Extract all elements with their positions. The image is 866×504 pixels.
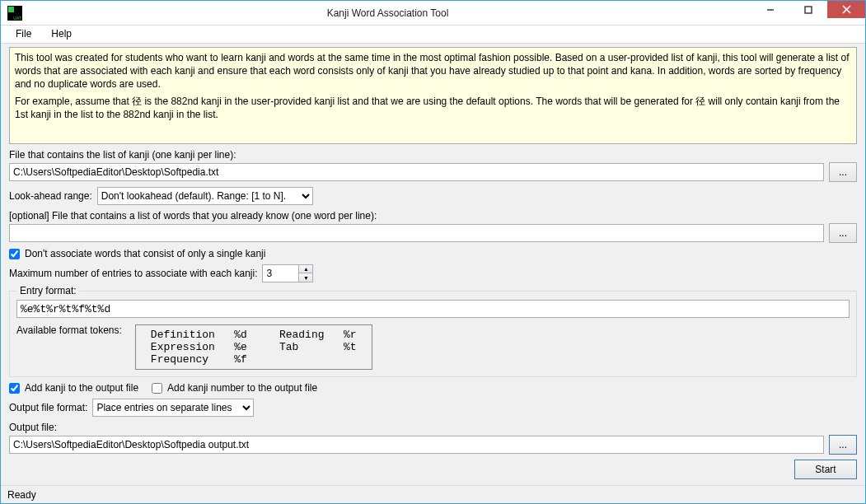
known-words-browse-button[interactable]: ... bbox=[829, 223, 857, 243]
close-icon bbox=[842, 5, 851, 14]
app-icon bbox=[6, 1, 24, 26]
tok-tab: Tab bbox=[279, 341, 298, 353]
menu-help[interactable]: Help bbox=[43, 26, 80, 43]
description-p2: For example, assume that 径 is the 882nd … bbox=[15, 95, 851, 121]
maximize-icon bbox=[804, 6, 812, 14]
output-format-select[interactable]: Place entries on separate lines bbox=[92, 399, 254, 417]
add-kanji-number-checkbox[interactable] bbox=[152, 383, 162, 394]
tok-def-s: %d bbox=[234, 329, 247, 341]
max-entries-label: Maximum number of entries to associate w… bbox=[9, 268, 257, 279]
known-words-input[interactable] bbox=[9, 224, 824, 242]
output-file-label: Output file: bbox=[9, 422, 857, 433]
description-box: This tool was created for students who w… bbox=[9, 47, 857, 144]
titlebar: Kanji Word Association Tool bbox=[1, 1, 865, 26]
available-tokens-label: Available format tokens: bbox=[16, 324, 122, 336]
maximize-button[interactable] bbox=[789, 1, 827, 18]
single-kanji-checkbox[interactable] bbox=[9, 249, 20, 259]
add-kanji-number-row[interactable]: Add kanji number to the output file bbox=[152, 382, 317, 394]
output-file-browse-button[interactable]: ... bbox=[829, 435, 857, 455]
output-format-label: Output file format: bbox=[9, 402, 87, 413]
kanji-file-label: File that contains the list of kanji (on… bbox=[9, 149, 857, 161]
add-kanji-output-row[interactable]: Add kanji to the output file bbox=[9, 382, 138, 394]
minimize-icon bbox=[766, 6, 775, 14]
menubar: File Help bbox=[1, 26, 865, 44]
tok-freq: Frequency bbox=[151, 353, 208, 366]
entry-format-legend: Entry format: bbox=[16, 285, 80, 296]
tok-expr: Expression bbox=[151, 341, 215, 353]
lookahead-select[interactable]: Don't lookahead (default). Range: [1 to … bbox=[97, 187, 313, 205]
add-kanji-output-label: Add kanji to the output file bbox=[25, 382, 138, 394]
kanji-file-input[interactable] bbox=[9, 163, 824, 181]
entry-format-group: Entry format: Available format tokens: D… bbox=[9, 291, 857, 377]
single-kanji-checkbox-label: Don't associate words that consist of on… bbox=[25, 248, 265, 259]
max-entries-input[interactable] bbox=[262, 264, 298, 282]
entry-format-input[interactable] bbox=[16, 300, 850, 318]
tok-tab-s: %t bbox=[344, 341, 357, 353]
add-kanji-number-label: Add kanji number to the output file bbox=[167, 382, 317, 394]
max-entries-up-button[interactable]: ▲ bbox=[299, 265, 312, 273]
max-entries-down-button[interactable]: ▼ bbox=[299, 273, 312, 282]
tok-expr-s: %e bbox=[234, 341, 247, 353]
description-p1: This tool was created for students who w… bbox=[15, 51, 851, 91]
statusbar: Ready bbox=[1, 485, 865, 503]
known-words-label: [optional] File that contains a list of … bbox=[9, 210, 857, 222]
tok-read: Reading bbox=[279, 329, 325, 341]
tokens-table: Definition %d Reading %r Expression %e T… bbox=[135, 324, 372, 370]
tok-freq-s: %f bbox=[234, 353, 247, 366]
start-button[interactable]: Start bbox=[794, 460, 857, 479]
add-kanji-output-checkbox[interactable] bbox=[9, 383, 20, 394]
status-text: Ready bbox=[7, 489, 36, 501]
svg-rect-1 bbox=[805, 7, 812, 13]
menu-file[interactable]: File bbox=[7, 26, 40, 43]
close-button[interactable] bbox=[827, 1, 865, 18]
kanji-file-browse-button[interactable]: ... bbox=[829, 162, 857, 182]
lookahead-label: Look-ahead range: bbox=[9, 190, 92, 202]
output-file-input[interactable] bbox=[9, 436, 824, 454]
single-kanji-checkbox-row[interactable]: Don't associate words that consist of on… bbox=[9, 248, 857, 259]
minimize-button[interactable] bbox=[751, 1, 789, 18]
tok-read-s: %r bbox=[344, 329, 357, 341]
tok-def: Definition bbox=[151, 329, 215, 341]
window-title: Kanji Word Association Tool bbox=[24, 7, 751, 19]
